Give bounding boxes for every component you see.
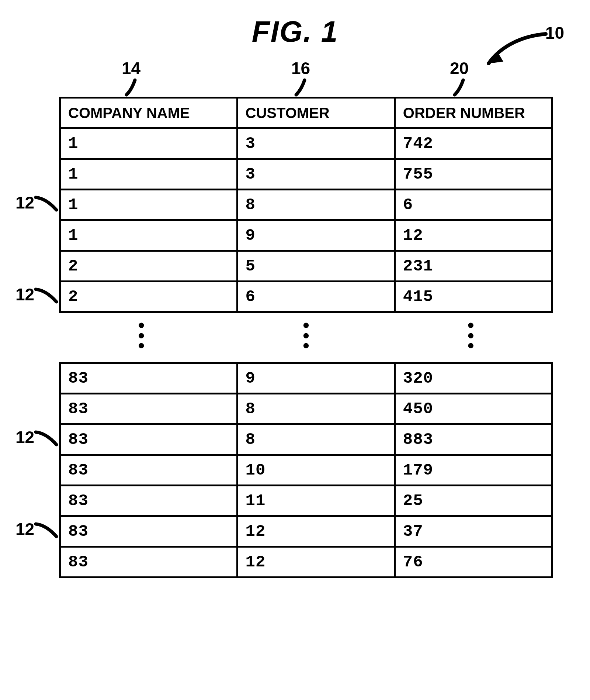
cell-order-number: 742 [395, 128, 552, 159]
cell-order-number: 883 [395, 424, 552, 455]
cell-company-name: 2 [60, 251, 237, 282]
cell-order-number: 12 [395, 220, 552, 251]
vertical-ellipsis-icon: ••• [138, 320, 145, 351]
cell-order-number: 76 [395, 546, 552, 577]
cell-order-number: 320 [395, 363, 552, 393]
cell-customer: 11 [237, 485, 395, 516]
cell-company-name: 1 [60, 190, 237, 220]
table-header-row: COMPANY NAME CUSTOMER ORDER NUMBER [60, 98, 552, 128]
cell-order-number: 25 [395, 485, 552, 516]
cell-order-number: 755 [395, 159, 552, 190]
cell-order-number: 415 [395, 282, 552, 312]
table-row: 831237 [60, 516, 552, 546]
cell-customer: 9 [237, 220, 395, 251]
column-ref-company: 14 [122, 58, 140, 97]
row-reference-numeral: 12 [15, 427, 34, 447]
cell-customer: 12 [237, 516, 395, 546]
col-header-order: ORDER NUMBER [395, 98, 552, 128]
cell-order-number: 37 [395, 516, 552, 546]
table-row: 838883 [60, 424, 552, 455]
cell-order-number: 6 [395, 190, 552, 220]
cell-company-name: 83 [60, 516, 237, 546]
row-reference: 12 [15, 192, 60, 213]
cell-customer: 8 [237, 424, 395, 455]
lead-line-icon [34, 427, 58, 448]
cell-customer: 6 [237, 282, 395, 312]
cell-customer: 3 [237, 128, 395, 159]
cell-company-name: 83 [60, 485, 237, 516]
cell-company-name: 1 [60, 159, 237, 190]
cell-customer: 8 [237, 190, 395, 220]
cell-customer: 10 [237, 455, 395, 485]
table-row: 13742 [60, 128, 552, 159]
row-reference: 12 [15, 284, 60, 305]
table-row: 839320 [60, 363, 552, 393]
cell-customer: 5 [237, 251, 395, 282]
table-row: 26415 [60, 282, 552, 312]
lead-line-icon [34, 284, 58, 305]
table-reference-numeral: 10 [545, 23, 564, 43]
cell-company-name: 2 [60, 282, 237, 312]
column-ref-order-label: 20 [450, 59, 469, 78]
cell-customer: 8 [237, 393, 395, 424]
cell-company-name: 1 [60, 220, 237, 251]
col-header-company: COMPANY NAME [60, 98, 237, 128]
vertical-ellipsis-icon: ••• [303, 320, 309, 351]
table-row: 25231 [60, 251, 552, 282]
table-reference-arrow: 10 [468, 23, 564, 75]
lead-line-icon [34, 192, 58, 213]
diagram-area: 10 14 16 20 [18, 52, 572, 578]
row-reference-numeral: 12 [15, 193, 34, 213]
tick-icon [123, 78, 140, 97]
table-row: 1912 [60, 220, 552, 251]
row-reference-numeral: 12 [15, 519, 34, 539]
cell-company-name: 83 [60, 363, 237, 393]
table-row: 831276 [60, 546, 552, 577]
cell-customer: 3 [237, 159, 395, 190]
column-ref-order: 20 [450, 58, 469, 97]
row-reference: 12 [15, 519, 60, 539]
cell-customer: 9 [237, 363, 395, 393]
lead-line-icon [34, 519, 58, 539]
table-row: 8310179 [60, 455, 552, 485]
column-ref-company-label: 14 [122, 59, 140, 78]
vertical-ellipsis-row: ••• ••• ••• [59, 320, 553, 351]
cell-order-number: 179 [395, 455, 552, 485]
data-table-top: COMPANY NAME CUSTOMER ORDER NUMBER 13742… [59, 97, 553, 313]
cell-company-name: 83 [60, 455, 237, 485]
data-table-bottom: 8393208384508388838310179831125831237831… [59, 362, 553, 578]
row-reference: 12 [15, 427, 60, 448]
column-reference-labels: 10 14 16 20 [18, 52, 572, 97]
column-ref-customer-label: 16 [291, 59, 310, 78]
table-bottom-section: 8393208384508388838310179831125831237831… [59, 362, 553, 578]
cell-company-name: 83 [60, 424, 237, 455]
table-row: 186 [60, 190, 552, 220]
vertical-ellipsis-icon: ••• [468, 320, 474, 351]
cell-company-name: 83 [60, 393, 237, 424]
table-row: 13755 [60, 159, 552, 190]
table-top-section: COMPANY NAME CUSTOMER ORDER NUMBER 13742… [59, 97, 553, 313]
cell-order-number: 450 [395, 393, 552, 424]
figure-page: FIG. 1 10 14 16 [0, 0, 590, 608]
cell-customer: 12 [237, 546, 395, 577]
tick-icon [451, 78, 468, 97]
row-reference-numeral: 12 [15, 285, 34, 304]
tick-icon [292, 78, 309, 97]
col-header-customer: CUSTOMER [237, 98, 395, 128]
cell-company-name: 83 [60, 546, 237, 577]
table-row: 831125 [60, 485, 552, 516]
column-ref-customer: 16 [291, 58, 310, 97]
cell-company-name: 1 [60, 128, 237, 159]
table-row: 838450 [60, 393, 552, 424]
cell-order-number: 231 [395, 251, 552, 282]
